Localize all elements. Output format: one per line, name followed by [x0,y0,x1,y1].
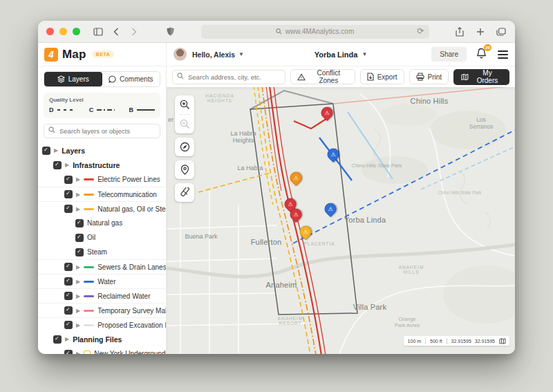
layer-checkbox[interactable] [64,190,73,198]
forward-icon[interactable] [129,26,140,37]
quality-level-item: D [49,106,75,113]
tab-layers[interactable]: Layers [44,72,102,86]
chevron-right-icon[interactable]: ▶ [65,162,69,168]
layer-checkbox[interactable] [75,248,84,256]
warning-icon: ⚠ [301,227,311,237]
layer-label: Water [97,278,115,286]
new-tab-icon[interactable] [475,26,486,37]
layer-row[interactable]: ▶ Infrastructure [38,158,166,172]
privacy-shield-icon[interactable] [165,26,176,37]
zoom-in-button[interactable] [175,95,194,114]
layer-row[interactable]: ▶ Sewers & Drain Lanes [38,259,166,274]
chevron-right-icon[interactable]: ▶ [76,308,80,314]
layer-checkbox[interactable] [53,161,62,169]
chevron-right-icon[interactable]: ▶ [76,293,80,299]
tab-comments-label: Comments [120,75,153,83]
map-canvas[interactable]: HACIENDA HEIGHTSLa Habra HeightsLa Habra… [167,87,515,354]
avatar[interactable] [174,48,187,61]
chevron-right-icon[interactable]: ▶ [54,147,58,153]
user-menu-chevron-down-icon[interactable]: ▼ [238,51,244,57]
address-search-input[interactable] [172,70,285,84]
close-window-button[interactable] [46,28,54,35]
chevron-right-icon[interactable]: ▶ [76,279,80,285]
layer-label: Planning Files [73,335,122,344]
chevron-right-icon[interactable]: ▶ [76,192,80,198]
url-text: www.4MAnalytics.com [285,28,354,35]
layer-checkbox[interactable] [64,350,73,355]
layer-checkbox[interactable] [64,306,73,315]
atlas-icon[interactable] [499,338,509,344]
back-icon[interactable] [111,26,122,37]
search-icon [177,73,184,80]
layers-tree: ▶ Layers ▶ Infrastructure ▶ Electric Pow… [38,143,166,354]
orders-map-icon [461,73,469,81]
share-button[interactable]: Share [431,47,467,62]
layer-label: Reclaimed Water [97,292,150,300]
address-bar[interactable]: www.4MAnalytics.com ⟳ [201,25,429,39]
layer-row[interactable]: Steam [38,245,166,259]
toolbar-button-label: Conflict Zones [309,69,348,84]
toolbar-button[interactable]: Print [409,69,449,84]
layer-row[interactable]: ▶ Reclaimed Water [38,288,166,303]
layer-checkbox[interactable] [64,205,73,213]
layer-checkbox[interactable] [64,321,73,329]
layer-row[interactable]: Natural gas [38,216,166,230]
layer-row[interactable]: ▶ Electric Power Lines [38,172,166,187]
layer-row[interactable]: ▶ Water [38,274,166,288]
chevron-right-icon[interactable]: ▶ [76,351,80,354]
layer-row[interactable]: Oil [38,230,166,245]
location-pin-button[interactable] [175,160,194,179]
warning-icon: ⚠ [328,149,339,160]
my-orders-button[interactable]: My Orders [453,69,509,85]
layer-checkbox[interactable] [42,147,50,155]
chevron-right-icon[interactable]: ▶ [76,322,80,328]
zoom-out-button[interactable] [175,115,194,133]
layer-checkbox[interactable] [53,335,62,344]
layer-row[interactable]: ▶ Proposed Excavation Limits [38,317,166,332]
layer-label: Natural gas [87,219,122,227]
layer-checkbox[interactable] [64,277,73,286]
quality-level-item: B [129,106,156,113]
quality-level-legend: Quality Level D C B [44,93,160,118]
browser-window: www.4MAnalytics.com ⟳ 4 Map BETA Hello, … [38,21,515,354]
layer-row[interactable]: ▶ Layers [38,143,166,158]
location-chevron-down-icon: ▼ [362,51,367,57]
tab-comments[interactable]: Comments [102,72,160,86]
chevron-right-icon[interactable]: ▶ [76,264,80,270]
my-orders-label: My Orders [473,69,502,84]
toolbar-button-icon [367,73,374,81]
reload-icon[interactable]: ⟳ [417,26,424,36]
chevron-right-icon[interactable]: ▶ [76,176,80,183]
scale-metric: 100 m [404,338,426,344]
layer-checkbox[interactable] [75,219,84,227]
toolbar-button[interactable]: Conflict Zones [290,69,355,84]
layer-row[interactable]: ▶ Planning Files [38,332,166,346]
layer-row[interactable]: ▶ New York Underground 01.dxf [38,346,166,354]
layer-label: Natural gas, Oil or Steam [97,205,166,213]
minimize-window-button[interactable] [59,28,67,35]
layer-checkbox[interactable] [75,234,84,242]
layer-search-input[interactable] [44,124,160,138]
layer-checkbox[interactable] [64,176,73,184]
toolbar-button[interactable]: Export [360,69,404,84]
explore-globe-button[interactable] [175,138,194,156]
layer-search [44,124,160,138]
chevron-right-icon[interactable]: ▶ [76,206,80,212]
tab-overview-icon[interactable] [496,26,507,37]
sidebar-toggle-icon[interactable] [93,26,104,37]
zoom-window-button[interactable] [73,28,80,35]
layer-label: Proposed Excavation Limits [97,321,166,329]
measure-ruler-button[interactable] [175,183,194,202]
layer-row[interactable]: ▶ Natural gas, Oil or Steam [38,201,166,216]
location-selector[interactable]: Yorba Linda ▼ [315,50,368,59]
layer-row[interactable]: ▶ Telecommunication [38,187,166,201]
layer-color-swatch [84,281,94,283]
chevron-right-icon[interactable]: ▶ [65,336,69,342]
menu-hamburger-icon[interactable] [498,50,508,59]
layers-sidebar: Layers Comments Quality Level D [38,66,167,354]
layer-row[interactable]: ▶ Temporary Survey Makings [38,303,166,317]
share-page-icon[interactable] [454,26,465,37]
layer-checkbox[interactable] [64,263,73,271]
notifications-bell[interactable]: 20 [476,48,487,62]
layer-checkbox[interactable] [64,292,73,300]
